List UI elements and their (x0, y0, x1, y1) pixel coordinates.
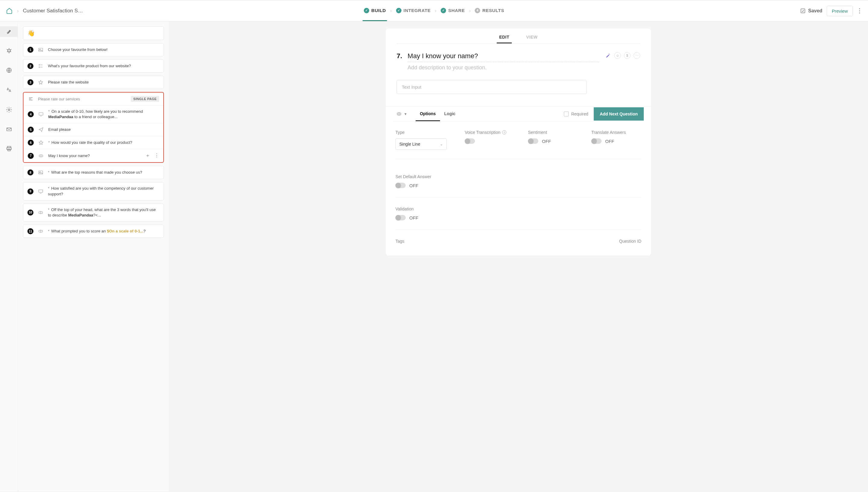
checkbox-icon[interactable] (564, 112, 569, 116)
info-icon[interactable]: i (502, 130, 506, 134)
question-text: Email please (48, 127, 71, 132)
translate-label: Translate Answers (591, 130, 637, 135)
add-next-question-button[interactable]: Add Next Question (594, 107, 644, 121)
step-integrate[interactable]: ✓ INTEGRATE (395, 1, 432, 21)
text-input-preview[interactable]: Text Input (397, 80, 587, 94)
svg-point-7 (8, 109, 10, 110)
tab-logic[interactable]: Logic (440, 106, 460, 121)
type-label: Type (395, 130, 446, 135)
sentiment-label: Sentiment (528, 130, 573, 135)
question-number-badge: 11 (27, 228, 33, 234)
tags-label: Tags (395, 239, 405, 244)
group-question-item[interactable]: 6* How would you rate the quality of our… (24, 136, 163, 149)
question-number-badge: 9 (27, 189, 33, 194)
question-number-badge: 1 (27, 47, 33, 53)
welcome-card[interactable]: 👋 (23, 26, 164, 40)
screen-icon (38, 189, 44, 194)
question-text: * What are the top reasons that made you… (48, 170, 142, 175)
more-menu-icon[interactable] (857, 8, 862, 14)
rail-globe-icon[interactable] (0, 65, 18, 76)
image-icon (38, 47, 44, 52)
results-count-badge: 4 (475, 8, 480, 13)
more-icon[interactable]: ⋮ (154, 152, 159, 159)
svg-point-16 (39, 67, 40, 68)
editor-tabs: EDIT VIEW (397, 35, 640, 44)
add-icon[interactable]: ＋ (145, 152, 150, 159)
build-steps: ✓ BUILD › ✓ INTEGRATE › ✓ SHARE › 4 RESU… (363, 1, 505, 21)
tab-view[interactable]: VIEW (524, 35, 540, 43)
question-number-badge: 3 (27, 79, 33, 85)
default-answer-toggle[interactable] (395, 183, 406, 188)
rail-settings-icon[interactable] (0, 104, 18, 116)
translate-toggle[interactable] (591, 139, 602, 144)
image-icon (38, 170, 44, 175)
question-title-input[interactable]: May I know your name? (407, 52, 599, 62)
type-select[interactable]: Single Line ⌄ (395, 139, 446, 150)
required-checkbox[interactable]: Required (564, 112, 588, 116)
textbox-icon (38, 153, 44, 158)
more-icon[interactable]: ⋯ (634, 52, 640, 59)
tab-options[interactable]: Options (416, 106, 440, 121)
question-number-badge: 10 (27, 210, 33, 216)
question-text: * Off the top of your head, what are the… (48, 207, 159, 218)
section-icon (28, 96, 34, 102)
svg-point-1 (859, 8, 860, 9)
single-page-badge: SINGLE PAGE (131, 96, 159, 102)
tab-edit[interactable]: EDIT (497, 35, 512, 43)
question-text: Please rate the website (48, 80, 88, 85)
question-card[interactable]: 2What's your favourite product from our … (23, 59, 164, 73)
emoji-icon[interactable]: ☺ (614, 52, 621, 59)
check-icon: ✓ (364, 8, 369, 13)
group-title: Please rate our services (38, 97, 127, 101)
question-card[interactable]: 10* Off the top of your head, what are t… (23, 203, 164, 222)
question-text: What's your favourite product from our w… (48, 63, 131, 69)
chevron-down-icon: ⌄ (440, 142, 443, 146)
svg-rect-0 (801, 9, 805, 13)
step-results[interactable]: 4 RESULTS (474, 1, 505, 21)
saved-indicator: Saved (800, 8, 822, 14)
svg-point-3 (859, 13, 860, 13)
group-question-item[interactable]: 4* On a scale of 0-10, how likely are yo… (24, 105, 163, 123)
home-icon[interactable] (6, 7, 12, 14)
voice-label: Voice Transcriptioni (465, 130, 510, 135)
ai-wand-icon[interactable] (605, 52, 611, 59)
question-id-label: Question ID (619, 239, 641, 244)
svg-point-2 (859, 10, 860, 11)
question-text: Choose your favourite from below! (48, 47, 108, 52)
question-card[interactable]: 11* What prompted you to score an $On a … (23, 225, 164, 238)
step-share[interactable]: ✓ SHARE (439, 1, 466, 21)
rail-language-icon[interactable]: あA (0, 84, 18, 96)
sidebar-rail: あA (0, 21, 18, 491)
rail-print-icon[interactable] (0, 143, 18, 154)
check-icon: ✓ (396, 8, 402, 13)
group-question-item[interactable]: 5Email please (24, 123, 163, 136)
preview-button[interactable]: Preview (827, 6, 853, 16)
rail-edit-icon[interactable] (0, 26, 18, 37)
svg-rect-29 (39, 190, 43, 192)
group-header[interactable]: Please rate our services SINGLE PAGE (24, 93, 163, 105)
step-build[interactable]: ✓ BUILD (363, 1, 387, 21)
sentiment-toggle[interactable] (528, 139, 538, 144)
check-icon: ✓ (441, 8, 446, 13)
question-card[interactable]: 1Choose your favourite from below! (23, 43, 164, 56)
question-text: * What prompted you to score an $On a sc… (48, 228, 146, 234)
question-text: May I know your name? (48, 153, 90, 158)
rail-mail-icon[interactable] (0, 124, 18, 135)
currency-icon[interactable]: $ (624, 52, 631, 59)
validation-toggle[interactable] (395, 215, 406, 220)
question-description-input[interactable]: Add description to your question. (407, 65, 599, 71)
question-card[interactable]: 3Please rate the website (23, 76, 164, 89)
question-card[interactable]: 8* What are the top reasons that made yo… (23, 166, 164, 179)
default-answer-label: Set Default Answer (395, 174, 641, 179)
question-list-panel: 👋 1Choose your favourite from below!2Wha… (18, 21, 169, 491)
question-number-badge: 4 (28, 111, 34, 117)
question-type-dropdown[interactable]: ▼ (393, 107, 410, 121)
voice-toggle[interactable] (465, 139, 475, 144)
validation-label: Validation (395, 206, 641, 211)
options-panel: ▼ Options Logic Required Add Next Questi… (386, 106, 651, 256)
rail-theme-icon[interactable] (0, 46, 18, 56)
question-number: 7. (397, 52, 402, 60)
question-card[interactable]: 9* How satisfied are you with the compet… (23, 182, 164, 200)
question-number-badge: 6 (28, 140, 34, 146)
group-question-item[interactable]: 7May I know your name?＋⋮ (24, 149, 163, 162)
